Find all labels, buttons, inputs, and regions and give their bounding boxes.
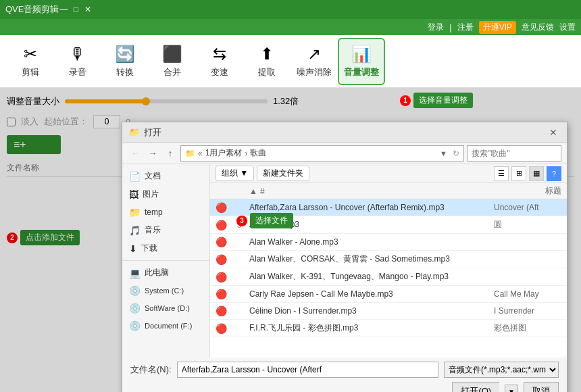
toolbar-cut[interactable]: ✂ 剪辑 bbox=[7, 38, 54, 85]
view-tiles-button[interactable]: ▦ bbox=[529, 166, 544, 181]
dialog-close-button[interactable]: ✕ bbox=[547, 126, 560, 139]
open-dropdown-button[interactable]: ▼ bbox=[505, 385, 518, 393]
file-name-6: Céline Dion - I Surrender.mp3 bbox=[249, 306, 494, 316]
sort-icon: ▲ bbox=[249, 187, 257, 196]
file-row-7[interactable]: 🔴 F.I.R.飞儿乐园 - 彩色拼图.mp3 彩色拼图 bbox=[210, 320, 567, 337]
dialog-filelist: 组织 ▼ 新建文件夹 ☰ ⊞ ▦ ? ▲ # bbox=[210, 164, 567, 358]
help-button[interactable]: ? bbox=[547, 166, 561, 181]
col-title: ▲ # 标题 bbox=[249, 185, 561, 197]
feedback-link[interactable]: 意见反馈 bbox=[522, 22, 554, 33]
toolbar-speed[interactable]: ⇆ 变速 bbox=[196, 38, 243, 85]
path-folder-icon: 📁 bbox=[185, 149, 195, 158]
close-btn[interactable]: ✕ bbox=[83, 5, 93, 14]
file-tag-6: I Surrender bbox=[494, 306, 561, 316]
register-link[interactable]: 注册 bbox=[457, 22, 474, 33]
file-row-5[interactable]: 🔴 Carly Rae Jepsen - Call Me Maybe.mp3 C… bbox=[210, 286, 567, 303]
toolbar-merge[interactable]: ⬛ 合并 bbox=[149, 38, 196, 85]
toolbar-record[interactable]: 🎙 录音 bbox=[54, 38, 101, 85]
path-bar: 📁 « 1用户素材 › 歌曲 ▼ ↻ bbox=[180, 145, 464, 162]
open-button[interactable]: 打开(O) bbox=[452, 382, 499, 392]
sidebar-item-download[interactable]: ⬇ 下载 bbox=[122, 239, 209, 258]
refresh-button[interactable]: ↻ bbox=[453, 149, 459, 158]
file-tag-5: Call Me May bbox=[494, 289, 561, 299]
badge-1: 1 bbox=[400, 95, 411, 106]
file-icon-0: 🔴 bbox=[216, 202, 229, 213]
extract-label: 提取 bbox=[258, 66, 276, 78]
drive-f-icon: 💿 bbox=[129, 320, 141, 331]
up-button[interactable]: ↑ bbox=[163, 146, 178, 161]
footer-row1: 文件名(N): 音频文件(*.mp3;*.aac;*.wma;... bbox=[130, 362, 559, 378]
sidebar-drive-d-label: SoftWare (D:) bbox=[145, 304, 190, 312]
badge-3: 3 bbox=[236, 216, 247, 226]
convert-label: 转换 bbox=[116, 66, 134, 78]
sidebar-pc-label: 此电脑 bbox=[145, 267, 169, 278]
file-name-0: Afterfab,Zara Larsson - Uncover (Afterfa… bbox=[249, 203, 494, 212]
annotation-1: 1 选择音量调整 bbox=[400, 93, 473, 108]
maximize-btn[interactable]: □ bbox=[71, 5, 80, 14]
forward-button[interactable]: → bbox=[145, 146, 160, 161]
sidebar-download-label: 下载 bbox=[141, 243, 157, 254]
vip-link[interactable]: 开通VIP bbox=[479, 21, 516, 34]
dialog-sidebar: 📄 文档 🖼 图片 📁 temp 🎵 音乐 ⬇ 下载 bbox=[122, 164, 210, 358]
cancel-button[interactable]: 取消 bbox=[524, 382, 559, 392]
merge-icon: ⬛ bbox=[162, 45, 182, 64]
top-nav: 登录 | 注册 开通VIP 意见反馈 设置 bbox=[0, 19, 581, 35]
toolbar-volume[interactable]: 📊 音量调整 bbox=[338, 38, 385, 85]
file-name-5: Carly Rae Jepsen - Call Me Maybe.mp3 bbox=[249, 289, 494, 299]
file-icon-2: 🔴 bbox=[216, 237, 229, 247]
toolbar-convert[interactable]: 🔄 转换 bbox=[101, 38, 149, 85]
sidebar-drive-f-label: Document (F:) bbox=[145, 322, 192, 330]
filetype-select[interactable]: 音频文件(*.mp3;*.aac;*.wma;... bbox=[444, 362, 559, 378]
toolbar-extract[interactable]: ⬆ 提取 bbox=[243, 38, 290, 85]
file-icon-3: 🔴 bbox=[216, 254, 229, 265]
sidebar-item-temp[interactable]: 📁 temp bbox=[122, 203, 209, 221]
drive-d-icon: 💿 bbox=[129, 303, 141, 314]
view-details-button[interactable]: ⊞ bbox=[511, 166, 526, 181]
speed-label: 变速 bbox=[211, 66, 228, 78]
file-dialog: 📁 打开 ✕ ← → ↑ 📁 « 1用户素材 › 歌曲 ▼ ↻ bbox=[122, 122, 567, 392]
annotation-select-label: 选择文件 bbox=[250, 213, 293, 228]
path-dropdown[interactable]: ▼ bbox=[440, 149, 447, 157]
back-button[interactable]: ← bbox=[128, 146, 143, 161]
file-row-2[interactable]: 🔴 Alan Walker - Alone.mp3 bbox=[210, 234, 567, 251]
settings-link[interactable]: 设置 bbox=[559, 22, 576, 33]
minimize-btn[interactable]: — bbox=[59, 5, 68, 14]
sidebar-item-doc[interactable]: 📄 文档 bbox=[122, 167, 209, 185]
sidebar-item-drive-c[interactable]: 💿 System (C:) bbox=[122, 282, 209, 299]
search-input[interactable] bbox=[467, 145, 561, 162]
toolbar-denoise[interactable]: ↗ 噪声消除 bbox=[290, 38, 338, 85]
cut-icon: ✂ bbox=[24, 45, 37, 64]
sidebar-item-pic[interactable]: 🖼 图片 bbox=[122, 185, 209, 203]
file-row-3[interactable]: 🔴 Alan Walker、CORSAK、黄霄雲 - Sad Sometimes… bbox=[210, 251, 567, 268]
sidebar-drive-c-label: System (C:) bbox=[145, 287, 184, 295]
file-row-6[interactable]: 🔴 Céline Dion - I Surrender.mp3 I Surren… bbox=[210, 303, 567, 320]
sidebar-item-drive-d[interactable]: 💿 SoftWare (D:) bbox=[122, 299, 209, 317]
file-row-4[interactable]: 🔴 Alan Walker、K-391、Tungevaag、Mangoo - P… bbox=[210, 268, 567, 286]
organize-button[interactable]: 组织 ▼ bbox=[216, 166, 254, 181]
view-list-button[interactable]: ☰ bbox=[494, 166, 509, 181]
file-tag-7: 彩色拼图 bbox=[494, 322, 561, 334]
denoise-icon: ↗ bbox=[307, 45, 321, 64]
merge-label: 合并 bbox=[163, 66, 181, 78]
sidebar-temp-label: temp bbox=[145, 207, 163, 217]
path-chevron: › bbox=[245, 149, 247, 158]
annotation-3: 3 选择文件 bbox=[236, 213, 293, 228]
toolbar: ✂ 剪辑 🎙 录音 🔄 转换 ⬛ 合并 ⇆ 变速 ⬆ 提取 ↗ 噪声消除 📊 音… bbox=[0, 35, 581, 88]
col-title-label: 标题 bbox=[545, 185, 561, 197]
window-controls: — □ ✕ bbox=[59, 5, 93, 14]
convert-icon: 🔄 bbox=[115, 45, 135, 64]
file-icon-1: 🔴 bbox=[216, 220, 229, 230]
sidebar-item-pc[interactable]: 💻 此电脑 bbox=[122, 264, 209, 282]
download-icon: ⬇ bbox=[129, 243, 137, 254]
filename-input[interactable] bbox=[177, 362, 438, 378]
new-folder-button[interactable]: 新建文件夹 bbox=[257, 166, 309, 181]
file-tag-0: Uncover (Aft bbox=[494, 203, 561, 212]
file-name-2: Alan Walker - Alone.mp3 bbox=[249, 237, 494, 247]
record-label: 录音 bbox=[69, 66, 86, 78]
sidebar-item-music[interactable]: 🎵 音乐 bbox=[122, 221, 209, 239]
login-link[interactable]: 登录 bbox=[428, 22, 444, 33]
sidebar-item-drive-f[interactable]: 💿 Document (F:) bbox=[122, 317, 209, 335]
dialog-folder-icon: 📁 bbox=[129, 127, 140, 137]
dialog-title-bar: 📁 打开 ✕ bbox=[122, 122, 567, 143]
drive-c-icon: 💿 bbox=[129, 285, 141, 296]
